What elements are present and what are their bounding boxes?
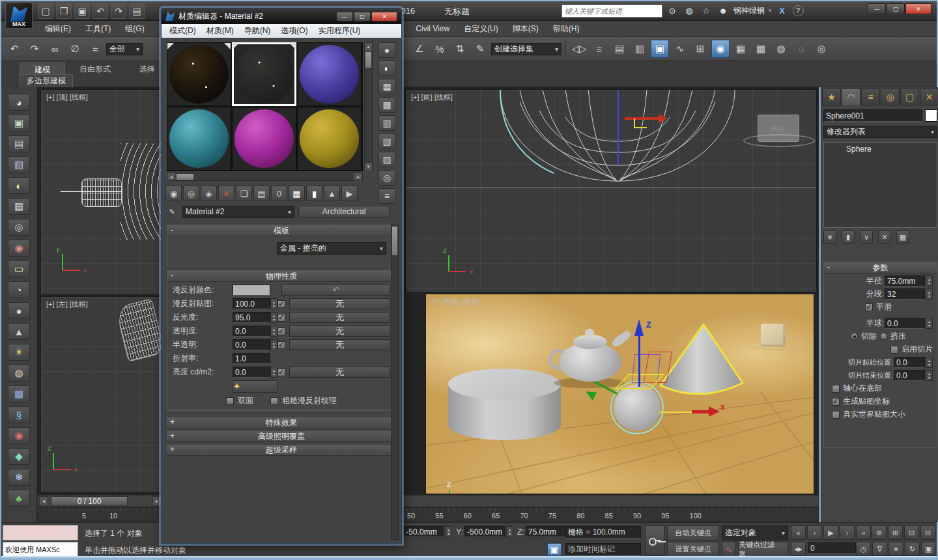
render-last-icon[interactable]: ◎	[812, 40, 831, 58]
material-editor-scrollbar[interactable]	[391, 225, 399, 540]
new-file-icon[interactable]: ▢	[38, 3, 53, 19]
pin-stack-icon[interactable]: ∗	[823, 231, 836, 244]
favorites-icon[interactable]: ☆	[700, 4, 713, 17]
slice-from-field[interactable]: 0.0	[894, 357, 925, 368]
diffuse-color-swatch[interactable]	[233, 285, 270, 296]
tab-hierarchy[interactable]: ≡	[861, 89, 880, 105]
template-rollout-header[interactable]: 模板	[167, 225, 395, 236]
base-to-pivot-checkbox[interactable]	[832, 385, 840, 393]
redo-button[interactable]: ↷	[25, 40, 44, 58]
modifier-stack[interactable]: Sphere	[823, 142, 937, 228]
collapsed-rollout-header[interactable]: 超级采样	[167, 445, 396, 456]
luminance-flashlight-button[interactable]: ✦	[233, 380, 278, 393]
open-file-icon[interactable]: ❒	[56, 3, 72, 19]
y-coordinate-field[interactable]: -500.0mm	[464, 526, 505, 537]
time-configuration-icon[interactable]: ◷	[856, 542, 871, 556]
two-sided-checkbox[interactable]	[226, 397, 234, 405]
gizmo-x-arrow[interactable]	[692, 410, 710, 413]
dome-primitive-icon[interactable]: ◔	[8, 281, 30, 298]
select-link-icon[interactable]: ∞	[46, 40, 64, 58]
sample-slots-hscrollbar[interactable]: ◂ ▸	[167, 173, 363, 181]
map-enable-checkbox[interactable]	[277, 328, 285, 335]
sample-uv-tiling-icon[interactable]: ▩	[378, 97, 395, 113]
tab-utilities[interactable]: ✕	[920, 89, 938, 105]
segments-field[interactable]: 32	[885, 288, 925, 300]
squash-radio[interactable]	[880, 333, 887, 340]
map-enable-checkbox[interactable]	[277, 369, 285, 376]
communication-center-icon[interactable]: ◍	[683, 4, 696, 17]
menu-item[interactable]: Civil View	[408, 21, 457, 37]
spheres-icon[interactable]: ◉	[8, 427, 30, 444]
material-editor-icon[interactable]: ◉	[711, 40, 730, 58]
viewport-front-label[interactable]: [+] [前] [线框]	[411, 92, 453, 102]
z-coordinate-field[interactable]: 75.0mm	[526, 526, 566, 537]
video-camera-icon[interactable]: ◉	[8, 240, 30, 257]
generate-mapping-coords-checkbox[interactable]	[832, 398, 840, 406]
smooth-checkbox[interactable]	[865, 303, 873, 311]
reset-map-icon[interactable]: ✕	[218, 186, 234, 201]
collapsed-rollout-header[interactable]: 高级照明覆盖	[167, 431, 396, 442]
material-editor-menu-item[interactable]: 选项(O)	[276, 25, 313, 36]
key-filter-mode-dropdown[interactable]: 选定对象	[722, 525, 788, 540]
next-frame-button[interactable]: ›	[840, 525, 855, 540]
menu-item[interactable]: 自定义(U)	[457, 21, 505, 37]
show-material-in-viewport-icon[interactable]: ▦	[289, 186, 305, 201]
put-to-library-icon[interactable]: ▤	[253, 186, 270, 201]
parameters-rollout-header[interactable]: 参数	[824, 262, 937, 273]
small-box-object[interactable]	[761, 324, 786, 347]
schematic-view-icon[interactable]: ⊞	[691, 40, 709, 58]
username[interactable]: 钢神绿钢	[733, 5, 765, 16]
select-by-material-icon[interactable]: ◎	[378, 170, 395, 186]
align-icon[interactable]: ≡	[590, 40, 608, 58]
plane-primitive-icon[interactable]: ▭	[8, 260, 30, 277]
material-name-dropdown[interactable]: Material #2	[182, 206, 294, 218]
mirror-icon[interactable]: ◁▷	[570, 40, 588, 58]
sample-type-icon[interactable]: ●	[378, 42, 395, 58]
exchange-store-icon[interactable]: X	[776, 4, 789, 17]
minimize-button[interactable]: —	[868, 3, 886, 14]
hemisphere-field[interactable]: 0.0	[885, 318, 925, 329]
map-button[interactable]: 无	[289, 326, 390, 337]
map-enable-checkbox[interactable]	[277, 314, 285, 322]
tab-display[interactable]: ▢	[900, 89, 919, 105]
diffuse-revert-button[interactable]: ↶	[281, 285, 390, 296]
chop-radio[interactable]	[851, 333, 858, 340]
tab-motion[interactable]: ◎	[881, 89, 900, 105]
material-editor-menu-item[interactable]: 导航(N)	[239, 25, 276, 36]
object-color-swatch[interactable]	[925, 109, 937, 122]
default-in-out-tangents-icon[interactable]: ∿	[722, 542, 736, 557]
material-slot-5[interactable]	[232, 107, 296, 171]
viewport-perspective[interactable]: [+] [透视] [真实]	[425, 294, 814, 494]
pick-material-eyedropper[interactable]: ✎	[165, 205, 178, 218]
physical-rollout-header[interactable]: 物理性质	[167, 271, 395, 282]
make-material-copy-icon[interactable]: ❏	[236, 186, 252, 201]
background-icon[interactable]: ▦	[378, 79, 395, 94]
map-enable-checkbox[interactable]	[277, 300, 285, 308]
render-preview-icon[interactable]: ▣	[8, 115, 30, 132]
viewport-persp-label[interactable]: [+] [透视] [真实]	[431, 297, 480, 307]
material-slot-2[interactable]	[232, 42, 296, 106]
key-step-toggle[interactable]: ◀▶	[791, 542, 806, 556]
time-slider-handle[interactable]: 0 / 100	[51, 496, 128, 506]
maximize-button[interactable]: ▢	[887, 3, 905, 14]
real-world-map-size-checkbox[interactable]	[832, 411, 840, 419]
zoom-icon[interactable]: ⊕	[872, 525, 887, 540]
object-name-field[interactable]: Sphere001	[823, 109, 922, 122]
rendered-frame-icon[interactable]: ▩	[752, 40, 770, 58]
time-slider-next[interactable]: ▸	[152, 496, 162, 506]
array-icon[interactable]: ▩	[8, 385, 30, 402]
make-unique-icon[interactable]: ∨	[860, 231, 873, 244]
grass-icon[interactable]: ♣	[8, 490, 30, 507]
get-material-icon[interactable]: ◉	[165, 186, 182, 201]
isolate-selection-toggle[interactable]: ▣	[547, 543, 561, 556]
material-editor-menu-item[interactable]: 材质(M)	[201, 25, 239, 36]
material-slot-3[interactable]	[297, 42, 362, 106]
material-type-button[interactable]: Architectural	[298, 206, 390, 218]
map-enable-checkbox[interactable]	[277, 341, 285, 349]
material-map-navigator-icon[interactable]: ≡	[378, 188, 395, 204]
map-button[interactable]: 无	[289, 298, 390, 309]
auto-key-button[interactable]: 自动关键点	[667, 525, 719, 540]
map-button[interactable]: 无	[289, 339, 390, 350]
snap-angle-icon[interactable]: ∠	[410, 40, 429, 58]
zoom-extents-all-icon[interactable]: ⊟	[920, 525, 935, 540]
